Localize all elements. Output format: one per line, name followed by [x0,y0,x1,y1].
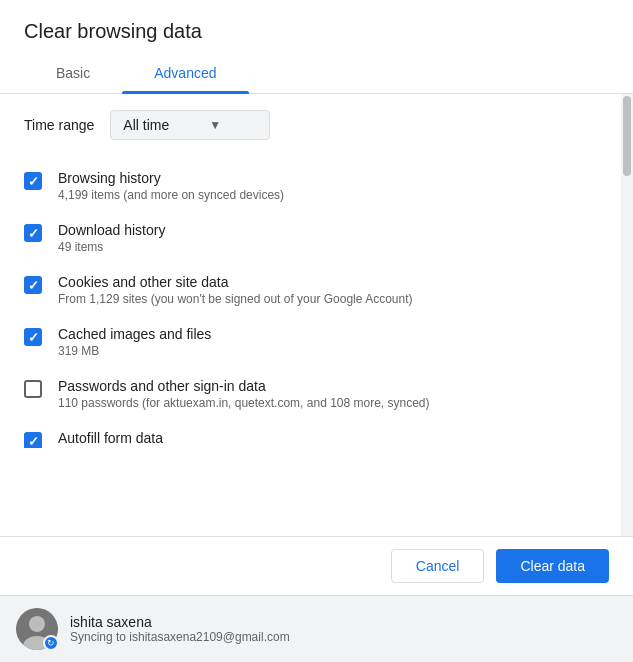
item-title: Browsing history [58,170,284,186]
item-subtitle: 110 passwords (for aktuexam.in, quetext.… [58,396,430,410]
clear-browsing-data-dialog: Clear browsing data Basic Advanced Time … [0,0,633,662]
cached-images-text: Cached images and files 319 MB [58,326,211,358]
item-title: Autofill form data [58,430,163,446]
list-item: ✓ Cookies and other site data From 1,129… [24,264,597,316]
user-sync-text: Syncing to ishitasaxena2109@gmail.com [70,630,290,644]
cookies-text: Cookies and other site data From 1,129 s… [58,274,413,306]
download-history-checkbox[interactable]: ✓ [24,224,42,242]
user-footer: ↻ ishita saxena Syncing to ishitasaxena2… [0,595,633,662]
sync-badge: ↻ [43,635,59,651]
browsing-history-checkbox[interactable]: ✓ [24,172,42,190]
dialog-title: Clear browsing data [0,0,633,53]
footer-buttons: Cancel Clear data [0,536,633,595]
list-item: ✓ Autofill form data [24,420,597,448]
item-title: Cookies and other site data [58,274,413,290]
tab-basic[interactable]: Basic [24,53,122,93]
item-subtitle: 49 items [58,240,165,254]
avatar-container: ↻ [16,608,58,650]
tab-advanced[interactable]: Advanced [122,53,248,93]
check-icon: ✓ [28,227,39,240]
item-subtitle: From 1,129 sites (you won't be signed ou… [58,292,413,306]
cancel-button[interactable]: Cancel [391,549,485,583]
time-range-label: Time range [24,117,94,133]
clear-data-button[interactable]: Clear data [496,549,609,583]
browsing-history-text: Browsing history 4,199 items (and more o… [58,170,284,202]
content-area: Time range All time ▼ ✓ Browsing history… [0,94,633,536]
download-history-text: Download history 49 items [58,222,165,254]
item-subtitle: 4,199 items (and more on synced devices) [58,188,284,202]
dropdown-arrow-icon: ▼ [209,118,221,132]
scroll-content: Time range All time ▼ ✓ Browsing history… [0,94,621,536]
time-range-select[interactable]: All time ▼ [110,110,270,140]
sync-icon: ↻ [47,638,55,648]
passwords-text: Passwords and other sign-in data 110 pas… [58,378,430,410]
tabs-bar: Basic Advanced [0,53,633,94]
autofill-text: Autofill form data [58,430,163,446]
list-item: ✓ Browsing history 4,199 items (and more… [24,160,597,212]
list-item: ✓ Cached images and files 319 MB [24,316,597,368]
time-range-value: All time [123,117,169,133]
check-icon: ✓ [28,175,39,188]
time-range-row: Time range All time ▼ [24,110,597,140]
check-icon: ✓ [28,435,39,448]
list-item: ✓ Download history 49 items [24,212,597,264]
user-info: ishita saxena Syncing to ishitasaxena210… [70,614,290,644]
item-title: Download history [58,222,165,238]
check-icon: ✓ [28,279,39,292]
scrollbar[interactable] [621,94,633,536]
cached-images-checkbox[interactable]: ✓ [24,328,42,346]
check-icon: ✓ [28,331,39,344]
svg-point-1 [29,616,45,632]
item-title: Cached images and files [58,326,211,342]
user-name: ishita saxena [70,614,290,630]
item-title: Passwords and other sign-in data [58,378,430,394]
list-item: ✓ Passwords and other sign-in data 110 p… [24,368,597,420]
autofill-checkbox[interactable]: ✓ [24,432,42,448]
passwords-checkbox[interactable]: ✓ [24,380,42,398]
scrollbar-thumb[interactable] [623,96,631,176]
cookies-checkbox[interactable]: ✓ [24,276,42,294]
item-subtitle: 319 MB [58,344,211,358]
